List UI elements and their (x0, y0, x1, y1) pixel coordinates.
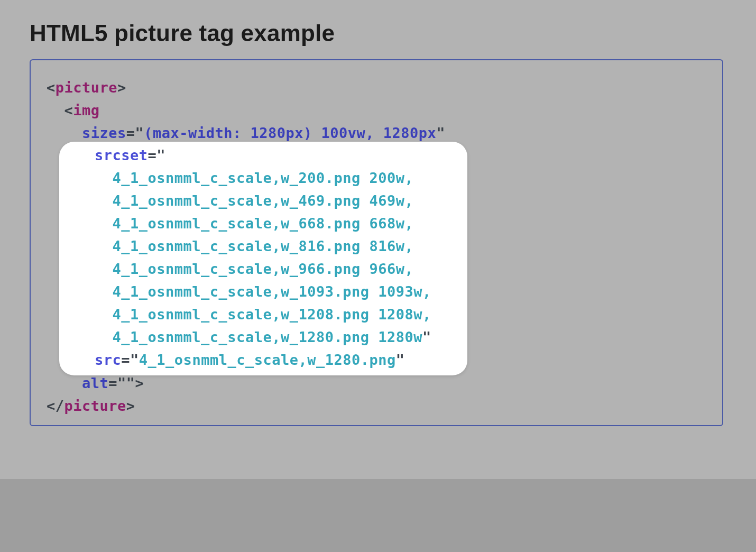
tag-img: img (73, 102, 99, 118)
angle-open: < (64, 102, 73, 118)
attr-alt: alt (82, 375, 108, 391)
tag-picture-close: picture (64, 398, 126, 414)
panel: HTML5 picture tag example <picture> <img… (0, 0, 756, 479)
tag-picture-open: picture (56, 79, 117, 96)
srcset-item: 4_1_osnmml_c_scale,w_668.png 668w, (113, 215, 414, 232)
srcset-item: 4_1_osnmml_c_scale,w_1280.png 1280w (113, 329, 422, 345)
angle-close: > (117, 79, 126, 96)
srcset-item: 4_1_osnmml_c_scale,w_816.png 816w, (113, 238, 414, 254)
val-src: 4_1_osnmml_c_scale,w_1280.png (139, 352, 396, 368)
srcset-item: 4_1_osnmml_c_scale,w_469.png 469w, (113, 192, 414, 209)
attr-srcset: srcset (95, 147, 148, 163)
srcset-item: 4_1_osnmml_c_scale,w_966.png 966w, (113, 261, 414, 277)
callout-highlight: srcset=" 4_1_osnmml_c_scale,w_200.png 20… (59, 142, 467, 375)
srcset-item: 4_1_osnmml_c_scale,w_200.png 200w, (113, 170, 414, 186)
attr-src: src (95, 352, 121, 368)
stage: HTML5 picture tag example <picture> <img… (0, 0, 756, 552)
callout-code: srcset=" 4_1_osnmml_c_scale,w_200.png 20… (59, 144, 467, 371)
attr-sizes: sizes (82, 125, 126, 141)
srcset-item: 4_1_osnmml_c_scale,w_1208.png 1208w, (113, 306, 431, 323)
angle-open-close: </ (47, 398, 64, 414)
srcset-item: 4_1_osnmml_c_scale,w_1093.png 1093w, (113, 283, 431, 300)
angle-close: > (126, 398, 135, 414)
page-title: HTML5 picture tag example (30, 20, 335, 47)
angle-open: < (47, 79, 56, 96)
val-sizes: (max-width: 1280px) 100vw, 1280px (144, 125, 436, 141)
